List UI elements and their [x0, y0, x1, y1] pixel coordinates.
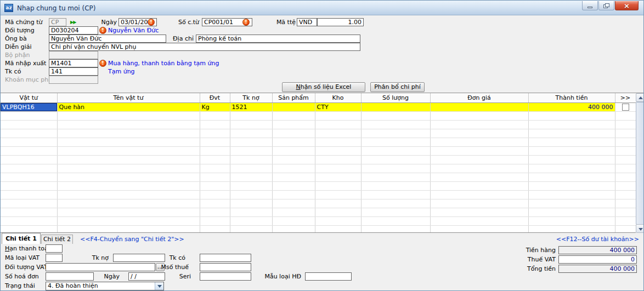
- empty-cell[interactable]: [615, 146, 636, 155]
- empty-cell[interactable]: [528, 120, 615, 129]
- empty-cell[interactable]: [57, 138, 200, 146]
- empty-cell[interactable]: [430, 199, 528, 208]
- empty-cell[interactable]: [57, 155, 200, 164]
- empty-cell[interactable]: [315, 138, 361, 146]
- empty-cell[interactable]: [361, 120, 430, 129]
- cell-so-luong[interactable]: [361, 102, 430, 111]
- scrollbar-thumb[interactable]: [636, 102, 644, 225]
- empty-cell[interactable]: [230, 190, 272, 199]
- empty-cell[interactable]: [528, 181, 615, 190]
- empty-cell[interactable]: [200, 181, 230, 190]
- status-combobox[interactable]: 4. Đã hoàn thiện: [46, 282, 164, 290]
- empty-cell[interactable]: [315, 190, 361, 199]
- empty-cell[interactable]: [1, 173, 57, 181]
- empty-cell[interactable]: [57, 181, 200, 190]
- currency-field[interactable]: VND: [297, 18, 317, 26]
- empty-cell[interactable]: [615, 164, 636, 173]
- empty-cell[interactable]: [57, 216, 200, 225]
- empty-cell[interactable]: [430, 164, 528, 173]
- cell-san-pham[interactable]: [272, 102, 315, 111]
- empty-cell[interactable]: [430, 129, 528, 138]
- cell-ten-vat-tu[interactable]: Que hàn: [57, 102, 200, 111]
- lookup-arrows-icon[interactable]: ▶▶: [70, 19, 76, 26]
- allocate-cost-button[interactable]: Phân bổ chi phí: [370, 82, 425, 92]
- empty-cell[interactable]: [528, 111, 615, 120]
- empty-cell[interactable]: [615, 111, 636, 120]
- column-header-san-pham[interactable]: Sản phẩm: [272, 93, 315, 102]
- empty-cell[interactable]: [528, 225, 615, 233]
- empty-cell[interactable]: [230, 164, 272, 173]
- empty-cell[interactable]: [430, 190, 528, 199]
- combo-dropdown-button[interactable]: [155, 282, 163, 290]
- empty-cell[interactable]: [57, 129, 200, 138]
- empty-cell[interactable]: [57, 190, 200, 199]
- column-header-don-gia[interactable]: Đơn giá: [430, 93, 528, 102]
- restore-button[interactable]: [598, 1, 614, 10]
- empty-cell[interactable]: [361, 190, 430, 199]
- empty-cell[interactable]: [361, 199, 430, 208]
- title-bar[interactable]: az Nhap chung tu moi (CP) ×: [1, 1, 643, 15]
- empty-cell[interactable]: [528, 190, 615, 199]
- empty-cell[interactable]: [272, 208, 315, 216]
- empty-cell[interactable]: [528, 164, 615, 173]
- empty-cell[interactable]: [200, 216, 230, 225]
- empty-cell[interactable]: [430, 120, 528, 129]
- empty-cell[interactable]: [528, 173, 615, 181]
- empty-cell[interactable]: [430, 181, 528, 190]
- minimize-button[interactable]: [582, 1, 598, 10]
- empty-cell[interactable]: [272, 199, 315, 208]
- empty-cell[interactable]: [230, 120, 272, 129]
- empty-cell[interactable]: [272, 216, 315, 225]
- empty-cell[interactable]: [272, 111, 315, 120]
- scroll-down-button[interactable]: [636, 224, 644, 233]
- empty-cell[interactable]: [272, 190, 315, 199]
- empty-cell[interactable]: [315, 199, 361, 208]
- empty-cell[interactable]: [230, 208, 272, 216]
- empty-cell[interactable]: [1, 225, 57, 233]
- empty-cell[interactable]: [361, 164, 430, 173]
- tab-chi-tiet-2[interactable]: Chi tiết 2: [41, 235, 73, 244]
- empty-cell[interactable]: [1, 111, 57, 120]
- empty-cell[interactable]: [230, 216, 272, 225]
- empty-cell[interactable]: [272, 155, 315, 164]
- empty-cell[interactable]: [230, 181, 272, 190]
- column-header-ten-vat-tu[interactable]: Tên vật tư: [57, 93, 200, 102]
- column-header-vat-tu[interactable]: Vật tư: [1, 93, 57, 102]
- vat-type-field[interactable]: [46, 254, 63, 262]
- column-header-more[interactable]: >>: [615, 93, 636, 102]
- column-header-thanh-tien[interactable]: Thành tiền: [528, 93, 615, 102]
- cell-thanh-tien[interactable]: 400 000: [528, 102, 615, 111]
- empty-cell[interactable]: [272, 138, 315, 146]
- empty-cell[interactable]: [272, 181, 315, 190]
- empty-cell[interactable]: [200, 111, 230, 120]
- empty-cell[interactable]: [272, 129, 315, 138]
- empty-cell[interactable]: [528, 155, 615, 164]
- empty-cell[interactable]: [230, 146, 272, 155]
- empty-cell[interactable]: [361, 129, 430, 138]
- empty-cell[interactable]: [315, 155, 361, 164]
- empty-cell[interactable]: [200, 138, 230, 146]
- empty-cell[interactable]: [272, 225, 315, 233]
- empty-cell[interactable]: [615, 181, 636, 190]
- empty-cell[interactable]: [361, 225, 430, 233]
- scroll-up-button[interactable]: [636, 93, 644, 102]
- empty-cell[interactable]: [315, 173, 361, 181]
- empty-cell[interactable]: [528, 216, 615, 225]
- empty-cell[interactable]: [1, 181, 57, 190]
- empty-cell[interactable]: [1, 199, 57, 208]
- empty-cell[interactable]: [200, 120, 230, 129]
- empty-cell[interactable]: [1, 190, 57, 199]
- empty-cell[interactable]: [57, 111, 200, 120]
- empty-cell[interactable]: [528, 129, 615, 138]
- column-header-kho[interactable]: Kho: [315, 93, 361, 102]
- empty-cell[interactable]: [528, 146, 615, 155]
- empty-cell[interactable]: [361, 181, 430, 190]
- tax-code-field[interactable]: [200, 263, 251, 271]
- empty-cell[interactable]: [200, 129, 230, 138]
- empty-cell[interactable]: [200, 225, 230, 233]
- empty-cell[interactable]: [315, 146, 361, 155]
- empty-cell[interactable]: [57, 146, 200, 155]
- cell-kho[interactable]: CTY: [315, 102, 361, 111]
- empty-cell[interactable]: [57, 164, 200, 173]
- empty-cell[interactable]: [1, 129, 57, 138]
